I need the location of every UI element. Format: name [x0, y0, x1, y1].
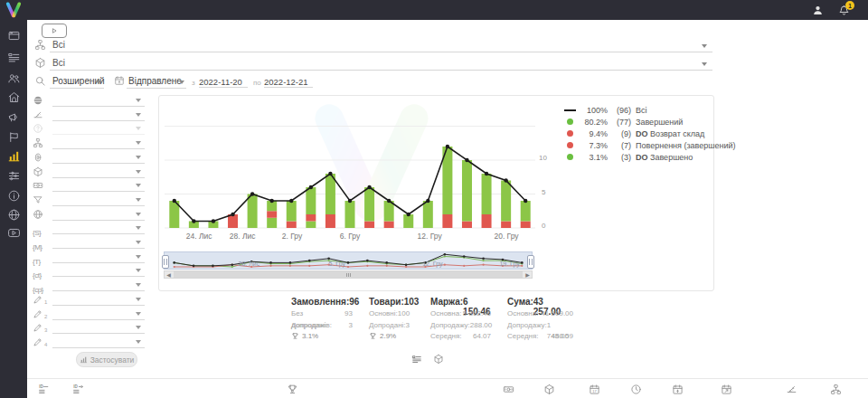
custom-field-3-caret-icon[interactable]	[136, 326, 141, 329]
source-filter-underline[interactable]	[50, 40, 712, 52]
apply-filters-button[interactable]: Застосувати	[76, 352, 137, 367]
user-avatar[interactable]	[812, 5, 824, 16]
view-toggle-product-view[interactable]	[433, 354, 444, 365]
stat-row-label: Середня:	[430, 331, 462, 343]
stat-row-value: 3	[406, 320, 410, 332]
toolbar-upsell-cup-icon[interactable]	[287, 384, 298, 395]
custom-field-2-select[interactable]	[52, 308, 145, 320]
sidebar-item-promotion[interactable]	[0, 108, 27, 126]
sidebar-item-info[interactable]	[0, 186, 27, 204]
stat-title: Товари:	[369, 297, 404, 308]
source-filter-select[interactable]	[52, 223, 145, 234]
content-filter-2-select[interactable]	[52, 280, 145, 291]
stat-column: Товари:103Основні:100Допродані:32.9%	[369, 297, 409, 340]
toolbar-levels-icon[interactable]	[786, 384, 797, 395]
toolbar-id-link-icon[interactable]: ID	[72, 384, 84, 395]
view-toggle-list-view[interactable]	[411, 354, 422, 365]
stat-row-label: Основна:	[430, 308, 461, 320]
term-filter-select[interactable]	[52, 251, 145, 263]
medium-filter-select[interactable]	[52, 237, 145, 249]
product-filter-caret-icon[interactable]	[702, 62, 707, 66]
sidebar-item-statistics[interactable]	[0, 147, 27, 165]
level-filter-select[interactable]	[52, 109, 145, 121]
sidebar-item-video[interactable]	[0, 223, 27, 242]
product-filter-caret-icon[interactable]	[136, 170, 141, 174]
date-from-input[interactable]: 2022-11-20	[199, 77, 248, 88]
toolbar-calendar-sent-icon[interactable]	[672, 384, 684, 395]
source-filter-caret-icon[interactable]	[136, 226, 141, 230]
sidebar-item-settings[interactable]	[0, 166, 27, 185]
toolbar-calendar-day-icon[interactable]: 17	[589, 384, 600, 395]
payment-filter-caret-icon[interactable]	[136, 184, 141, 187]
navigator-right-handle[interactable]	[527, 255, 534, 269]
unknown-filter-icon	[33, 123, 43, 134]
sidebar-item-customers[interactable]	[0, 69, 27, 87]
content-filter-2-caret-icon[interactable]	[136, 283, 141, 287]
medium-filter-caret-icon[interactable]	[136, 241, 141, 244]
toolbar-structure-icon[interactable]	[830, 384, 842, 395]
chart-navigator[interactable]: 28. Лис5. Гру12. Гру19. Гру	[164, 251, 533, 270]
toolbar-id-list-icon[interactable]: ID	[38, 384, 50, 395]
funnel-filter-select[interactable]	[52, 194, 145, 206]
status-filter-select[interactable]	[52, 95, 145, 107]
stat-row-label: Основні:	[369, 308, 398, 320]
legend-item[interactable]: 7.3%(7)Повернення (завершений)	[564, 139, 736, 151]
app-logo[interactable]	[3, 1, 24, 19]
product-filter-select[interactable]	[52, 166, 145, 178]
stat-badge-value: 2.9%	[380, 332, 396, 340]
custom-field-4-select[interactable]	[52, 336, 145, 348]
custom-field-2-caret-icon[interactable]	[136, 312, 141, 316]
geo-filter-select[interactable]	[52, 209, 145, 221]
toolbar-time-icon[interactable]	[630, 384, 642, 395]
content-filter-1-caret-icon[interactable]	[136, 269, 141, 272]
status-filter-caret-icon[interactable]	[136, 99, 141, 102]
geo-filter-caret-icon[interactable]	[136, 213, 141, 216]
orders-stacked-bar-chart[interactable]	[165, 96, 535, 232]
sidebar-item-dashboard[interactable]	[0, 26, 27, 44]
legend-item[interactable]: 9.4%(9)DO Возврат склад	[564, 128, 736, 139]
legend-count: (7)	[608, 141, 631, 150]
sidebar-item-orders[interactable]	[0, 48, 27, 66]
toolbar-payments-icon[interactable]	[503, 384, 514, 395]
structure-filter-select[interactable]	[52, 137, 145, 149]
unknown-filter-caret-icon[interactable]	[136, 127, 141, 130]
notifications-bell[interactable]: 1	[838, 5, 850, 16]
product-filter-underline[interactable]	[50, 58, 712, 71]
cup-icon	[291, 332, 299, 340]
chart-scrollbar[interactable]: ◀ ▶	[164, 270, 533, 279]
custom-field-1-caret-icon[interactable]	[136, 298, 141, 301]
source-filter-caret-icon[interactable]	[702, 44, 707, 48]
structure-filter-caret-icon[interactable]	[136, 141, 141, 145]
term-filter-caret-icon[interactable]	[136, 255, 141, 259]
unknown-filter-select[interactable]	[52, 123, 145, 135]
date-field-underline[interactable]	[127, 76, 186, 89]
scrollbar-right-arrow[interactable]: ▶	[524, 271, 532, 278]
scrollbar-left-arrow[interactable]: ◀	[165, 271, 173, 278]
legend-item[interactable]: 3.1%(3)DO Завершено	[564, 151, 736, 163]
stat-title: Маржа:	[430, 297, 463, 308]
sidebar-item-funnels[interactable]	[0, 128, 27, 146]
date-to-input[interactable]: 2022-12-21	[264, 77, 313, 88]
custom-field-1-select[interactable]	[52, 294, 145, 306]
navigator-tick-label: 19. Гру	[499, 261, 519, 267]
identity-filter-select[interactable]	[52, 152, 145, 164]
scrollbar-thumb[interactable]	[174, 271, 523, 278]
legend-item[interactable]: 100%(96)Всі	[564, 104, 736, 116]
toolbar-products-icon[interactable]	[543, 384, 555, 395]
stat-row-value: 64.07	[473, 331, 491, 343]
toolbar-calendar-export-icon[interactable]	[721, 384, 732, 395]
navigator-left-handle[interactable]	[162, 255, 169, 269]
identity-filter-caret-icon[interactable]	[136, 156, 141, 159]
tour-play-button[interactable]	[42, 24, 67, 38]
funnel-filter-caret-icon[interactable]	[136, 198, 141, 202]
sidebar-item-warehouse[interactable]	[0, 88, 27, 106]
level-filter-caret-icon[interactable]	[136, 113, 141, 117]
search-mode-underline[interactable]	[50, 76, 104, 89]
custom-field-4-caret-icon[interactable]	[136, 340, 141, 344]
content-filter-1-select[interactable]	[52, 265, 145, 277]
sidebar-item-integrations[interactable]	[0, 205, 27, 223]
payment-filter-select[interactable]	[52, 180, 145, 192]
legend-count: (3)	[608, 153, 631, 162]
custom-field-3-select[interactable]	[52, 322, 145, 334]
legend-item[interactable]: 80.2%(77)Завершений	[564, 116, 736, 128]
